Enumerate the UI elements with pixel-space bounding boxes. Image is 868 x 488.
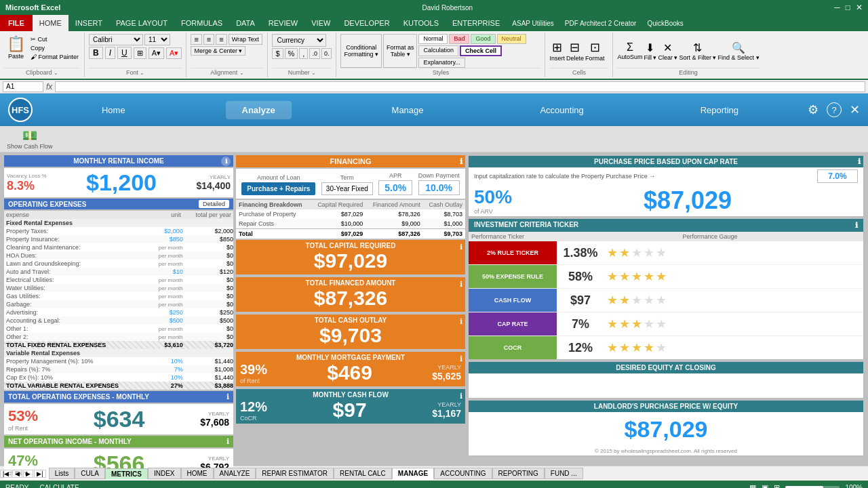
nav-analyze[interactable]: Analyze xyxy=(226,101,292,119)
total-cash-info[interactable]: ℹ xyxy=(460,317,462,326)
style-bad[interactable]: Bad xyxy=(449,34,469,44)
view-layout[interactable]: ▣ xyxy=(762,483,768,489)
align-center-button[interactable]: ≡ xyxy=(203,34,214,45)
sheet-tab-home[interactable]: HOME xyxy=(181,468,214,479)
sheet-tab-reporting[interactable]: REPORTING xyxy=(492,468,545,479)
sheet-tab-lists[interactable]: Lists xyxy=(49,468,75,479)
style-calculation[interactable]: Calculation xyxy=(418,45,458,57)
tab-data[interactable]: DATA xyxy=(229,15,262,31)
autosum-button[interactable]: Σ AutoSum xyxy=(617,41,642,60)
cut-button[interactable]: ✂ Cut xyxy=(29,35,80,43)
style-check-cell[interactable]: Check Cell xyxy=(460,45,502,57)
tab-kutools[interactable]: KUTOOLS xyxy=(397,15,446,31)
fill-color-button[interactable]: A▾ xyxy=(149,47,164,59)
italic-button[interactable]: I xyxy=(105,47,115,59)
tab-enterprise[interactable]: ENTERPRISE xyxy=(446,15,507,31)
percent-button[interactable]: $ xyxy=(272,48,283,59)
font-color-button[interactable]: A▾ xyxy=(166,47,182,59)
style-normal[interactable]: Normal xyxy=(418,34,448,44)
view-normal[interactable]: ▦ xyxy=(749,483,756,489)
dec-inc-button[interactable]: .0 xyxy=(309,48,320,59)
close-icon[interactable]: ✕ xyxy=(850,102,860,117)
sort-button[interactable]: ⇅ Sort & Filter ▾ xyxy=(679,41,716,61)
find-button[interactable]: 🔍 Find & Select ▾ xyxy=(718,41,760,61)
format-cells-button[interactable]: ⊡ Format xyxy=(585,40,605,62)
financing-info[interactable]: ℹ xyxy=(460,157,462,166)
settings-icon[interactable]: ⚙ xyxy=(808,102,818,117)
apr-value[interactable]: 5.0% xyxy=(378,180,412,195)
help-icon[interactable]: ? xyxy=(827,102,842,117)
loan-type-button[interactable]: Purchase + Repairs xyxy=(241,182,315,195)
font-name-select[interactable]: Calibri xyxy=(89,34,143,45)
style-explanatory[interactable]: Explanatory... xyxy=(418,58,465,68)
cash-info[interactable]: ℹ xyxy=(460,392,462,401)
sheet-tab-index[interactable]: INDEX xyxy=(148,468,181,479)
sheet-nav-prev[interactable]: ◀ xyxy=(12,470,22,478)
nav-manage[interactable]: Manage xyxy=(376,101,440,119)
sheet-tab-rental[interactable]: RENTAL CALC xyxy=(334,468,392,479)
bold-button[interactable]: B xyxy=(89,47,103,59)
total-financed-info[interactable]: ℹ xyxy=(460,280,462,289)
border-button[interactable]: ⊞ xyxy=(134,47,146,59)
show-cash-flow-button[interactable]: 💵 Show Cash Flow xyxy=(7,128,53,150)
monthly-income-info-icon[interactable]: ℹ xyxy=(221,157,231,166)
paste-button[interactable]: 📋 Paste xyxy=(4,34,28,61)
wrap-text-button[interactable]: Wrap Text xyxy=(229,34,262,45)
comma2-button[interactable]: , xyxy=(299,48,308,59)
total-capital-info[interactable]: ℹ xyxy=(460,243,462,251)
sheet-tab-analyze[interactable]: ANALYZE xyxy=(214,468,256,479)
tab-review[interactable]: REVIEW xyxy=(262,15,304,31)
number-format-select[interactable]: Currency xyxy=(272,34,326,47)
sheet-tab-metrics[interactable]: METRICS xyxy=(105,468,148,479)
format-painter-button[interactable]: 🖌 Format Painter xyxy=(29,53,80,61)
sheet-tab-fund[interactable]: FUND ... xyxy=(545,468,583,479)
merge-button[interactable]: Merge & Center ▾ xyxy=(191,46,245,56)
fill-button[interactable]: ⬇ Fill ▾ xyxy=(644,41,656,61)
cap-rate-input[interactable] xyxy=(817,169,858,183)
copy-button[interactable]: Copy xyxy=(29,44,80,52)
sheet-tab-manage[interactable]: MANAGE xyxy=(392,468,434,480)
tab-pdf[interactable]: PDF Architect 2 Creator xyxy=(559,15,642,31)
delete-cells-button[interactable]: ⊟ Delete xyxy=(566,40,584,62)
total-op-info[interactable]: ℹ xyxy=(226,392,229,401)
underline-button[interactable]: U xyxy=(117,47,132,59)
sheet-nav-next[interactable]: ▶ xyxy=(23,470,33,478)
invest-info[interactable]: ℹ xyxy=(855,221,858,230)
noi-info[interactable]: ℹ xyxy=(226,437,229,446)
tab-insert[interactable]: INSERT xyxy=(68,15,109,31)
style-good[interactable]: Good xyxy=(471,34,495,44)
detailed-button[interactable]: Detailed xyxy=(199,200,229,208)
nav-reporting[interactable]: Reporting xyxy=(684,101,755,119)
expense-prop-taxes: Property Taxes: xyxy=(4,227,152,235)
tab-developer[interactable]: DEVELOPER xyxy=(337,15,396,31)
sheet-tab-repair[interactable]: REPAIR ESTIMATOR xyxy=(256,468,334,479)
tab-view[interactable]: VIEW xyxy=(304,15,337,31)
format-as-table-button[interactable]: Format asTable ▾ xyxy=(383,34,418,68)
sheet-nav-first[interactable]: |◀ xyxy=(0,470,12,478)
cap-rate-info[interactable]: ℹ xyxy=(858,157,861,166)
align-left-button[interactable]: ≡ xyxy=(191,34,201,45)
name-box[interactable] xyxy=(3,81,43,92)
tab-quickbooks[interactable]: QuickBooks xyxy=(642,15,688,31)
tab-asap[interactable]: ASAP Utilities xyxy=(507,15,559,31)
dec-dec-button[interactable]: 0. xyxy=(321,48,332,59)
down-payment-value[interactable]: 10.0% xyxy=(418,180,460,195)
clear-button[interactable]: ✕ Clear ▾ xyxy=(658,41,677,61)
tab-file[interactable]: FILE xyxy=(0,15,33,31)
conditional-formatting-button[interactable]: ConditionalFormatting ▾ xyxy=(340,34,382,68)
tab-page-layout[interactable]: PAGE LAYOUT xyxy=(109,15,174,31)
nav-home[interactable]: Home xyxy=(85,101,142,119)
align-right-button[interactable]: ≡ xyxy=(216,34,226,45)
mort-info[interactable]: ℹ xyxy=(460,354,462,363)
sheet-tab-cula[interactable]: CULA xyxy=(75,468,105,479)
tab-formulas[interactable]: FORMULAS xyxy=(174,15,229,31)
font-size-select[interactable]: 11 xyxy=(144,34,170,45)
sheet-nav-last[interactable]: ▶| xyxy=(34,470,45,478)
tab-home[interactable]: HOME xyxy=(33,15,68,31)
nav-accounting[interactable]: Accounting xyxy=(524,101,599,119)
sheet-tab-accounting[interactable]: ACCOUNTING xyxy=(434,468,492,479)
view-page-break[interactable]: ⊞ xyxy=(774,483,780,489)
style-neutral[interactable]: Neutral xyxy=(497,34,526,44)
insert-cells-button[interactable]: ⊞ Insert xyxy=(549,40,565,62)
comma-button[interactable]: % xyxy=(285,48,298,59)
